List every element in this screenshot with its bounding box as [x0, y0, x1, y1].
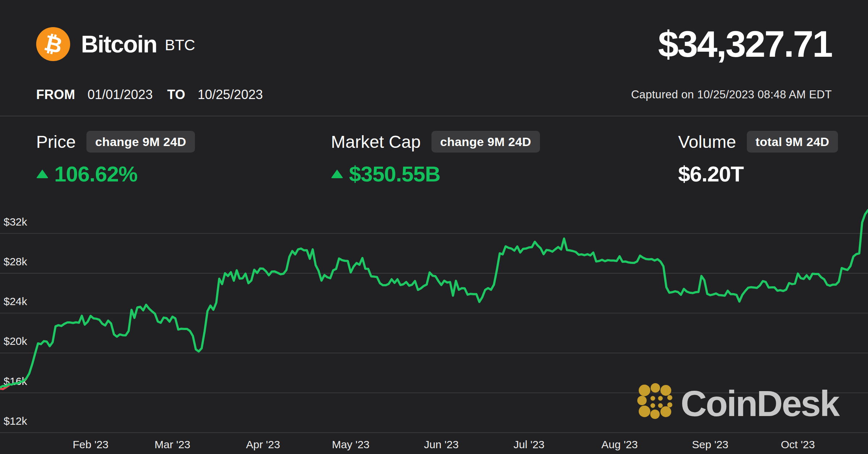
x-axis-label: Sep '23 [692, 438, 728, 450]
stat-value: $350.55B [349, 162, 440, 187]
chart-line [0, 210, 868, 387]
header: ₿ Bitcoin BTC $34,327.71 [36, 22, 832, 66]
coin-symbol: BTC [165, 37, 195, 54]
capture-timestamp: Captured on 10/25/2023 08:48 AM EDT [631, 88, 832, 101]
stat-column-volume: Volume total 9M 24D $6.20T [678, 129, 838, 188]
bitcoin-b-glyph: ₿ [42, 31, 64, 56]
x-axis-label: Jun '23 [424, 438, 459, 450]
header-divider [0, 116, 868, 116]
x-axis-label: Feb '23 [73, 438, 109, 450]
date-range-row: FROM 01/01/2023 TO 10/25/2023 Captured o… [36, 86, 832, 103]
x-axis-label: Oct '23 [781, 438, 815, 450]
stat-badge: change 9M 24D [86, 131, 195, 153]
stat-value: $6.20T [678, 162, 744, 187]
y-axis-label: $12k [4, 415, 27, 427]
bitcoin-price-card: $32k$28k$24k$20k$16k$12kFeb '23Mar '23Ap… [0, 0, 868, 454]
stat-label: Volume [678, 132, 736, 152]
stat-label: Price [36, 132, 76, 152]
coindesk-watermark: CoinDesk [637, 382, 839, 421]
stat-column-market-cap: Market Cap change 9M 24D $350.55B [331, 129, 540, 188]
coindesk-logo-icon [637, 382, 674, 421]
stat-value: 106.62% [54, 162, 137, 187]
to-date: 10/25/2023 [198, 87, 263, 102]
x-axis-label: May '23 [332, 438, 370, 450]
stat-badge: change 9M 24D [431, 131, 540, 153]
y-axis-label: $20k [4, 335, 27, 347]
from-label: FROM [36, 87, 75, 102]
y-axis-label: $24k [4, 295, 27, 307]
y-axis-label: $32k [4, 216, 27, 228]
stat-label: Market Cap [331, 132, 421, 152]
x-axis-label: Apr '23 [246, 438, 280, 450]
stat-badge: total 9M 24D [747, 131, 838, 153]
stat-column-price: Price change 9M 24D 106.62% [36, 129, 195, 188]
up-triangle-icon [36, 170, 48, 178]
to-label: TO [167, 87, 185, 102]
y-axis-label: $28k [4, 256, 27, 267]
current-price: $34,327.71 [658, 23, 832, 65]
from-date: 01/01/2023 [88, 87, 153, 102]
x-axis-label: Jul '23 [514, 438, 545, 450]
up-triangle-icon [331, 170, 343, 178]
bitcoin-logo-icon: ₿ [36, 27, 70, 61]
coin-name: Bitcoin [81, 30, 157, 58]
x-axis-label: Mar '23 [154, 438, 190, 450]
x-axis-label: Aug '23 [601, 438, 638, 450]
coindesk-wordmark: CoinDesk [681, 385, 839, 421]
